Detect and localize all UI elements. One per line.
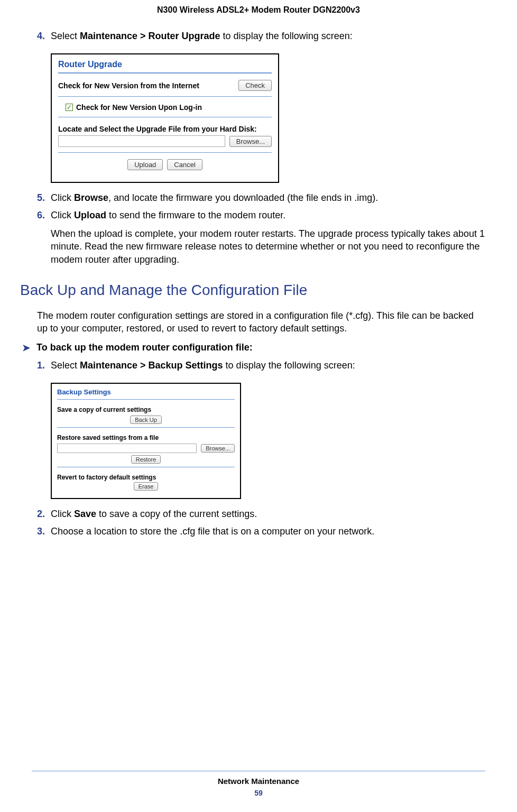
- step-text-after: , and locate the firmware you downloaded…: [108, 192, 378, 203]
- step-bold: Maintenance > Backup Settings: [80, 360, 223, 371]
- step-4: 4. Select Maintenance > Router Upgrade t…: [32, 31, 485, 42]
- section-intro: The modem router configuration settings …: [32, 309, 485, 335]
- step-number: 2.: [37, 509, 51, 520]
- save-copy-label: Save a copy of current settings: [57, 406, 235, 413]
- backup-settings-screenshot: Backup Settings Save a copy of current s…: [51, 383, 241, 499]
- page-footer: Network Maintenance 59: [0, 771, 517, 797]
- step-6: 6. Click Upload to send the firmware to …: [32, 210, 485, 266]
- upload-button[interactable]: Upload: [127, 159, 163, 170]
- step-text: Select: [51, 360, 80, 371]
- check-version-label: Check for New Version from the Internet: [58, 81, 234, 90]
- browse-button[interactable]: Browse...: [229, 136, 272, 147]
- step-text: Click: [51, 210, 74, 220]
- section-heading: Back Up and Manage the Configuration Fil…: [20, 282, 485, 299]
- step-number: 5.: [37, 192, 51, 204]
- footer-page-number: 59: [0, 789, 517, 797]
- step-number: 3.: [37, 526, 51, 537]
- step-text: Choose a location to store the .cfg file…: [51, 526, 374, 537]
- backup-button[interactable]: Back Up: [130, 416, 162, 424]
- chevron-right-icon: ➤: [22, 342, 30, 354]
- check-login-checkbox[interactable]: ✓: [66, 104, 73, 111]
- erase-button[interactable]: Erase: [134, 482, 159, 491]
- locate-label: Locate and Select the Upgrade File from …: [58, 125, 272, 133]
- step-text-after: to send the firmware to the modem router…: [106, 210, 285, 220]
- footer-section: Network Maintenance: [0, 777, 517, 786]
- step-text: Click: [51, 192, 74, 203]
- step-b1: 1. Select Maintenance > Backup Settings …: [32, 360, 485, 371]
- step-bold: Browse: [74, 192, 108, 203]
- cancel-button[interactable]: Cancel: [167, 159, 202, 170]
- step-5: 5. Click Browse, and locate the firmware…: [32, 192, 485, 204]
- router-upgrade-screenshot: Router Upgrade Check for New Version fro…: [51, 53, 279, 183]
- revert-label: Revert to factory default settings: [57, 474, 235, 481]
- browse-button[interactable]: Browse...: [201, 444, 235, 453]
- step-text-after: to display the following screen:: [223, 360, 355, 371]
- step-paragraph: When the upload is complete, your modem …: [51, 227, 485, 266]
- step-text-after: to display the following screen:: [220, 31, 353, 41]
- restore-file-input[interactable]: [57, 444, 197, 453]
- panel-title: Router Upgrade: [58, 60, 272, 69]
- check-button[interactable]: Check: [238, 80, 272, 91]
- task-heading: ➤ To back up the modem router configurat…: [22, 342, 485, 354]
- document-header: N300 Wireless ADSL2+ Modem Router DGN220…: [32, 5, 485, 31]
- step-bold: Maintenance > Router Upgrade: [80, 31, 220, 41]
- step-bold: Save: [74, 509, 96, 519]
- step-text-after: to save a copy of the current settings.: [96, 509, 257, 519]
- panel-title: Backup Settings: [57, 388, 235, 396]
- step-number: 6.: [37, 210, 51, 266]
- step-b2: 2. Click Save to save a copy of the curr…: [32, 509, 485, 520]
- step-text: Select: [51, 31, 80, 41]
- upgrade-file-input[interactable]: [58, 135, 225, 147]
- step-b3: 3. Choose a location to store the .cfg f…: [32, 526, 485, 537]
- step-bold: Upload: [74, 210, 106, 220]
- restore-label: Restore saved settings from a file: [57, 434, 235, 441]
- check-login-label: Check for New Version Upon Log-in: [76, 103, 202, 112]
- step-number: 4.: [37, 31, 51, 42]
- task-text: To back up the modem router configuratio…: [36, 342, 253, 354]
- restore-button[interactable]: Restore: [131, 455, 161, 464]
- step-number: 1.: [37, 360, 51, 371]
- step-text: Click: [51, 509, 74, 519]
